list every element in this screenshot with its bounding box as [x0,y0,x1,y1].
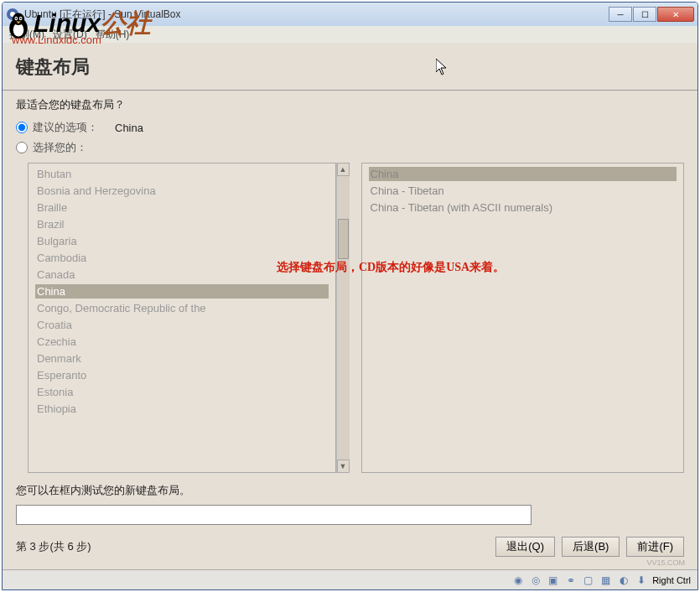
list-item[interactable]: Esperanto [35,368,329,382]
list-item[interactable]: China [35,284,329,299]
menubar: 控制(M) 设置(D) 帮助(H) [3,26,697,43]
radio-suggested[interactable] [16,122,28,133]
list-item[interactable]: Ethiopia [35,402,329,416]
quit-button[interactable]: 退出(Q) [495,537,555,557]
host-key-label: Right Ctrl [652,575,691,585]
list-item[interactable]: Estonia [35,385,329,399]
test-input[interactable] [16,505,531,525]
shared-icon: ▦ [599,574,612,586]
list-item[interactable]: Croatia [35,318,329,332]
close-button[interactable]: ✕ [657,7,694,22]
svg-point-1 [10,12,15,17]
scroll-thumb[interactable] [338,219,349,259]
window-title: Ubuntu [正在运行] - Sun VirtualBox [24,8,608,22]
usb-icon: ⚭ [564,574,577,586]
statusbar: ◉ ◎ ▣ ⚭ ▢ ▦ ◐ ⬇ Right Ctrl [3,569,697,589]
list-item[interactable]: Braille [35,200,329,215]
disk-icon: ◉ [511,574,524,586]
radio-choose[interactable] [16,142,28,153]
window-titlebar: Ubuntu [正在运行] - Sun VirtualBox ─ ☐ ✕ [3,3,697,26]
menu-settings[interactable]: 设置(D) [53,28,87,41]
list-item[interactable]: China [369,167,677,181]
list-item[interactable]: Bulgaria [35,234,329,248]
list-item[interactable]: Congo, Democratic Republic of the [35,301,329,315]
list-item[interactable]: China - Tibetan [369,184,677,198]
test-label: 您可以在框内测试您的新键盘布局。 [3,476,697,501]
mouse-icon: ◐ [617,574,630,586]
list-item[interactable]: Brazil [35,217,329,231]
network-icon: ▢ [582,574,594,586]
list-item[interactable]: Czechia [35,335,329,349]
folder-icon: ▣ [547,574,559,586]
menu-help[interactable]: 帮助(H) [96,28,130,41]
forward-button[interactable]: 前进(F) [626,537,684,557]
app-icon [6,8,19,21]
list-item[interactable]: Denmark [35,351,329,366]
scroll-up-icon[interactable]: ▲ [337,163,350,176]
list-item[interactable]: Cambodia [35,251,329,265]
maximize-button[interactable]: ☐ [633,7,656,22]
page-title: 键盘布局 [3,43,697,86]
back-button[interactable]: 后退(B) [562,537,620,557]
country-listbox[interactable]: BhutanBosnia and HerzegovinaBrailleBrazi… [28,163,336,473]
question-label: 最适合您的键盘布局？ [3,91,697,117]
radio-suggested-value: China [115,122,143,134]
list-item[interactable]: China - Tibetan (with ASCII numerals) [369,200,677,215]
variant-listbox[interactable]: ChinaChina - TibetanChina - Tibetan (wit… [361,163,685,473]
cd-icon: ◎ [529,574,542,586]
radio-choose-label: 选择您的： [33,140,87,155]
capture-icon: ⬇ [635,574,647,586]
radio-suggested-label: 建议的选项： [33,120,98,135]
minimize-button[interactable]: ─ [609,7,632,22]
list-item[interactable]: Bosnia and Herzegovina [35,184,329,198]
scrollbar[interactable]: ▲ ▼ [336,163,350,473]
menu-control[interactable]: 控制(M) [9,28,44,41]
list-item[interactable]: Bhutan [35,167,329,181]
step-label: 第 3 步(共 6 步) [16,539,489,554]
scroll-down-icon[interactable]: ▼ [337,460,350,473]
list-item[interactable]: Canada [35,267,329,282]
